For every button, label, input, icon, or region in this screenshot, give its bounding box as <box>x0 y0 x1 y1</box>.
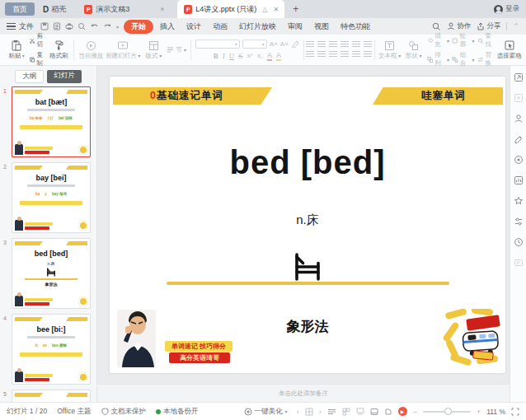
smart-design-icon[interactable] <box>514 114 524 124</box>
distribute-icon[interactable] <box>352 51 360 58</box>
ribbon-tab-slideshow[interactable]: 幻灯片放映 <box>234 20 281 34</box>
play-from-current-button[interactable]: 当前播放 <box>78 40 103 60</box>
home-button[interactable]: 首页 <box>5 2 35 16</box>
cut-button[interactable]: 剪切 <box>30 32 45 49</box>
reading-view-icon[interactable] <box>370 408 378 416</box>
output-icon[interactable] <box>53 22 61 30</box>
bullet-list-icon[interactable] <box>306 41 314 48</box>
prev-slide-icon[interactable]: ‹ <box>297 408 299 416</box>
copy-button[interactable]: 复制 <box>30 51 45 68</box>
docer-tab[interactable]: D 稻壳 <box>43 4 66 15</box>
increase-indent-icon[interactable] <box>340 41 349 48</box>
animation-pane-icon[interactable] <box>514 93 524 103</box>
ribbon-tab-review[interactable]: 审阅 <box>283 20 308 34</box>
font-family-select[interactable]: ▾ <box>195 40 240 49</box>
ribbon-tab-design[interactable]: 设计 <box>181 20 206 34</box>
fit-window-icon[interactable] <box>511 408 519 416</box>
select-pane-button[interactable]: 选择窗格 <box>499 40 521 60</box>
beautify-button[interactable]: 一键美化 ▾ <box>244 407 288 417</box>
font-size-select[interactable]: ▾ <box>242 40 267 49</box>
zoom-in-icon[interactable]: + <box>477 408 481 416</box>
decrease-indent-icon[interactable] <box>329 41 337 48</box>
clear-format-icon[interactable] <box>291 40 299 48</box>
underline-button[interactable]: U <box>229 52 235 60</box>
zoom-slider[interactable] <box>423 411 471 413</box>
subscript-button[interactable]: X₂ <box>256 53 263 59</box>
collapse-ribbon-icon[interactable]: ⌃ <box>513 22 519 30</box>
design-tools-icon[interactable] <box>514 134 524 144</box>
line-spacing-icon[interactable] <box>352 41 360 48</box>
backup-pane-icon[interactable] <box>514 258 524 268</box>
number-list-icon[interactable] <box>317 41 326 48</box>
ribbon-tab-home[interactable]: 开始 <box>124 20 153 34</box>
save-icon[interactable] <box>40 22 49 30</box>
resource-icon[interactable] <box>514 155 524 165</box>
font-color-button[interactable]: A <box>267 51 272 61</box>
ribbon-tab-animation[interactable]: 动画 <box>208 20 232 34</box>
slide-thumbnail-4[interactable]: bee [bi:] b ee bee 蜜蜂 <box>12 314 91 385</box>
align-center-icon[interactable] <box>317 51 326 58</box>
chart-pane-icon[interactable] <box>514 175 524 185</box>
paste-dropdown-icon[interactable]: ▾ <box>21 54 25 58</box>
quick-access-dropdown-icon[interactable]: ▾ <box>116 24 119 30</box>
justify-icon[interactable] <box>340 51 349 58</box>
ribbon-tab-insert[interactable]: 插入 <box>155 20 180 34</box>
zoom-out-icon[interactable]: − <box>413 408 417 416</box>
history-icon[interactable] <box>514 237 524 247</box>
decrease-font-icon[interactable]: A˅ <box>280 40 289 48</box>
outline-button[interactable]: 轮廓▾ <box>452 32 474 49</box>
local-backup[interactable]: 本地备份开 <box>156 407 199 417</box>
tab-slides[interactable]: 幻灯片 <box>47 70 82 83</box>
paste-button[interactable]: 粘贴 ▾ <box>6 40 27 60</box>
new-slide-button[interactable]: 新建幻灯片 ▾ <box>106 40 140 60</box>
search-icon[interactable] <box>432 22 441 31</box>
shape-button[interactable]: 形状 ▾ <box>403 40 425 60</box>
group-button[interactable]: 组合▾ <box>452 51 474 68</box>
find-button[interactable]: 查找 <box>477 32 496 49</box>
print-icon[interactable] <box>65 22 73 30</box>
adjust-icon[interactable] <box>514 217 524 226</box>
notes-placeholder[interactable]: 单击此处添加备注 <box>97 384 510 402</box>
slideshow-play-icon[interactable]: ▶ <box>398 407 407 416</box>
effects-icon[interactable] <box>514 196 524 206</box>
next-slide-icon[interactable]: › <box>319 408 322 416</box>
ribbon-tab-view[interactable]: 视图 <box>309 20 334 34</box>
cloud-upload-icon[interactable]: △ <box>262 6 267 13</box>
slide-thumbnail-3[interactable]: bed [bed] n.床 象形法 <box>12 238 91 309</box>
redo-icon[interactable] <box>103 22 112 30</box>
object-properties-icon[interactable] <box>514 72 524 82</box>
slide-thumbnail-1[interactable]: bat [bæt] ba 爸爸 t 打 bat 球棒 <box>12 86 91 157</box>
document-protection[interactable]: 文档未保护 <box>101 407 147 417</box>
align-left-icon[interactable] <box>306 51 314 58</box>
share-button[interactable]: 分享 <box>477 21 500 31</box>
textbox-button[interactable]: 文本框 ▾ <box>379 40 401 60</box>
file-menu[interactable]: 文件 <box>19 21 34 32</box>
ribbon-tab-features[interactable]: 特色功能 <box>336 20 375 34</box>
theme-name[interactable]: Office 主题 <box>57 407 91 417</box>
export-view-icon[interactable] <box>384 408 392 416</box>
new-tab-button[interactable]: + <box>293 3 298 15</box>
slide-sorter-icon[interactable] <box>342 408 350 416</box>
login-area[interactable]: 登录 <box>494 4 519 14</box>
zoom-slider-knob[interactable] <box>444 408 452 415</box>
align-right-icon[interactable] <box>329 51 337 58</box>
text-direction-icon[interactable] <box>364 41 372 48</box>
slide-grid-icon[interactable] <box>305 408 313 416</box>
preview-icon[interactable] <box>77 22 86 30</box>
close-tab-icon[interactable]: ✕ <box>273 6 279 13</box>
fill-button[interactable]: 填充▾ <box>427 32 449 49</box>
replace-button[interactable]: 替换 <box>477 51 496 68</box>
slide-thumbnail-5[interactable]: beg [beg] <box>12 390 91 402</box>
document-tab-active[interactable]: P L4讲义.pptx (只读) △ ✕ <box>177 0 284 18</box>
highlight-color-button[interactable]: A <box>276 51 281 61</box>
superscript-button[interactable]: X² <box>247 53 252 59</box>
undo-icon[interactable] <box>90 22 99 30</box>
italic-button[interactable]: I <box>223 52 225 60</box>
strikethrough-button[interactable]: S <box>238 52 242 60</box>
slide-thumbnail-2[interactable]: bay [bei] ba y bay 海湾 <box>12 162 91 233</box>
cooperate-button[interactable]: 协作 <box>447 21 471 31</box>
columns-icon[interactable] <box>364 51 372 58</box>
document-tab-inactive[interactable]: P 演示文稿3 <box>77 0 136 18</box>
tab-outline[interactable]: 大纲 <box>15 70 44 83</box>
format-painter-button[interactable]: 格式刷 <box>48 40 69 60</box>
